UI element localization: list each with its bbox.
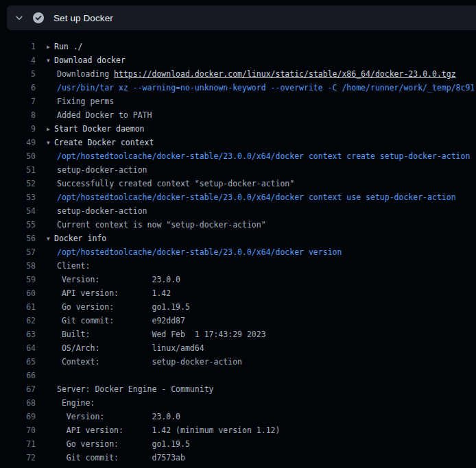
log-line-content: Added Docker to PATH bbox=[47, 108, 476, 122]
log-line-content: API version: 1.42 bbox=[47, 286, 476, 300]
line-number[interactable]: 57 bbox=[0, 245, 36, 259]
log-text: API version: 1.42 bbox=[57, 288, 171, 298]
log-line-content: Engine: bbox=[47, 396, 476, 410]
line-number[interactable]: 65 bbox=[0, 355, 36, 369]
log-row: 63 Built: Wed Feb 1 17:43:29 2023 bbox=[0, 328, 476, 341]
log-row[interactable]: 4▼Download docker bbox=[0, 53, 476, 67]
line-number[interactable]: 63 bbox=[0, 328, 36, 341]
log-row[interactable]: 1▶Run ./ bbox=[0, 40, 476, 53]
line-number[interactable]: 54 bbox=[0, 204, 36, 218]
line-number[interactable]: 59 bbox=[0, 273, 36, 286]
log-row[interactable]: 56▼Docker info bbox=[0, 232, 476, 245]
command-line: /opt/hostedtoolcache/docker-stable/23.0.… bbox=[47, 149, 476, 163]
log-line-content: ▶Start Docker daemon bbox=[47, 122, 476, 136]
log-line-content: Version: 23.0.0 bbox=[47, 273, 476, 286]
download-url-link[interactable]: https://download.docker.com/linux/static… bbox=[114, 69, 456, 79]
line-number[interactable]: 4 bbox=[0, 53, 36, 67]
log-row: 58Client: bbox=[0, 259, 476, 273]
line-number[interactable]: 52 bbox=[0, 177, 36, 190]
line-number[interactable]: 50 bbox=[0, 149, 36, 163]
log-line-content: ▶Run ./ bbox=[47, 40, 476, 53]
chevron-down-icon[interactable] bbox=[14, 12, 25, 23]
log-line-content: Go version: go1.19.5 bbox=[47, 437, 476, 451]
log-text-line: Version: 23.0.0 bbox=[47, 410, 476, 423]
triangle-expanded-icon[interactable]: ▼ bbox=[47, 54, 54, 67]
workflow-log-page: Set up Docker 1▶Run ./4▼Download docker5… bbox=[0, 0, 476, 468]
log-row: 70 API version: 1.42 (minimum version 1.… bbox=[0, 423, 476, 437]
command-line: /usr/bin/tar xz --warning=no-unknown-key… bbox=[47, 81, 476, 95]
log-row: 68 Engine: bbox=[0, 396, 476, 410]
line-number[interactable]: 8 bbox=[0, 108, 36, 122]
log-text-line: Fixing perms bbox=[47, 95, 476, 108]
line-number[interactable]: 66 bbox=[0, 369, 36, 382]
log-text: setup-docker-action bbox=[57, 165, 147, 175]
line-number[interactable]: 56 bbox=[0, 232, 36, 245]
log-text: OS/Arch: linux/amd64 bbox=[57, 343, 204, 353]
log-row: 5Downloading https://download.docker.com… bbox=[0, 67, 476, 81]
line-number[interactable]: 69 bbox=[0, 410, 36, 423]
line-number[interactable]: 64 bbox=[0, 341, 36, 355]
log-text-line: Server: Docker Engine - Community bbox=[47, 382, 476, 396]
log-line-content: ▼Download docker bbox=[47, 53, 476, 67]
log-line-content: /usr/bin/tar xz --warning=no-unknown-key… bbox=[47, 81, 476, 95]
line-number[interactable]: 58 bbox=[0, 259, 36, 273]
log-line-content: Version: 23.0.0 bbox=[47, 410, 476, 423]
log-row[interactable]: 9▶Start Docker daemon bbox=[0, 122, 476, 136]
log-text: Version: 23.0.0 bbox=[57, 412, 180, 421]
log-text: Client: bbox=[57, 261, 90, 271]
line-number[interactable]: 7 bbox=[0, 95, 36, 108]
line-number[interactable]: 5 bbox=[0, 67, 36, 81]
log-row: 57/opt/hostedtoolcache/docker-stable/23.… bbox=[0, 245, 476, 259]
command-text: /opt/hostedtoolcache/docker-stable/23.0.… bbox=[57, 193, 456, 202]
line-number[interactable]: 61 bbox=[0, 300, 36, 314]
log-text: API version: 1.42 (minimum version 1.12) bbox=[57, 426, 280, 435]
step-title: Set up Docker bbox=[53, 13, 113, 23]
line-number[interactable]: 70 bbox=[0, 423, 36, 437]
line-number[interactable]: 60 bbox=[0, 286, 36, 300]
log-text-line: Git commit: e92dd87 bbox=[47, 314, 476, 328]
line-number[interactable]: 68 bbox=[0, 396, 36, 410]
log-row: 60 API version: 1.42 bbox=[0, 286, 476, 300]
log-line-content: /opt/hostedtoolcache/docker-stable/23.0.… bbox=[47, 245, 476, 259]
log-row: 69 Version: 23.0.0 bbox=[0, 410, 476, 423]
log-text-line: Go version: go1.19.5 bbox=[47, 437, 476, 451]
log-line-content: setup-docker-action bbox=[47, 163, 476, 177]
log-row: 72 Git commit: d7573ab bbox=[0, 451, 476, 465]
log-row: 53/opt/hostedtoolcache/docker-stable/23.… bbox=[0, 190, 476, 204]
step-header[interactable]: Set up Docker bbox=[7, 5, 476, 30]
triangle-collapsed-icon[interactable]: ▶ bbox=[47, 40, 54, 53]
line-number[interactable]: 62 bbox=[0, 314, 36, 328]
log-row: 59 Version: 23.0.0 bbox=[0, 273, 476, 286]
log-line-content: /opt/hostedtoolcache/docker-stable/23.0.… bbox=[47, 190, 476, 204]
log-text: Successfully created context "setup-dock… bbox=[57, 179, 294, 188]
log-row: 71 Go version: go1.19.5 bbox=[0, 437, 476, 451]
line-number[interactable]: 55 bbox=[0, 218, 36, 232]
success-check-icon bbox=[33, 12, 44, 23]
line-number[interactable]: 67 bbox=[0, 382, 36, 396]
log-text-line: OS/Arch: linux/amd64 bbox=[47, 341, 476, 355]
line-number[interactable]: 1 bbox=[0, 40, 36, 53]
group-title: Create Docker context bbox=[54, 138, 154, 147]
line-number[interactable]: 49 bbox=[0, 136, 36, 149]
line-number[interactable]: 71 bbox=[0, 437, 36, 451]
line-number[interactable]: 6 bbox=[0, 81, 36, 95]
line-number[interactable]: 9 bbox=[0, 122, 36, 136]
log-row: 6/usr/bin/tar xz --warning=no-unknown-ke… bbox=[0, 81, 476, 95]
line-number[interactable]: 72 bbox=[0, 451, 36, 465]
line-number[interactable]: 53 bbox=[0, 190, 36, 204]
triangle-expanded-icon[interactable]: ▼ bbox=[47, 232, 54, 245]
log-text: Added Docker to PATH bbox=[57, 110, 152, 120]
log-text-line: Successfully created context "setup-dock… bbox=[47, 177, 476, 190]
log-text: Downloading bbox=[57, 69, 114, 79]
log-line-content: Built: Wed Feb 1 17:43:29 2023 bbox=[47, 328, 476, 341]
log-row: 7Fixing perms bbox=[0, 95, 476, 108]
log-text: setup-docker-action bbox=[57, 206, 147, 216]
line-number[interactable]: 51 bbox=[0, 163, 36, 177]
log-line-content bbox=[47, 369, 476, 382]
log-text: Go version: go1.19.5 bbox=[57, 302, 190, 312]
triangle-collapsed-icon[interactable]: ▶ bbox=[47, 123, 54, 136]
log-row[interactable]: 49▼Create Docker context bbox=[0, 136, 476, 149]
log-row: 64 OS/Arch: linux/amd64 bbox=[0, 341, 476, 355]
triangle-expanded-icon[interactable]: ▼ bbox=[47, 136, 54, 149]
log-container: 1▶Run ./4▼Download docker5Downloading ht… bbox=[0, 30, 476, 468]
